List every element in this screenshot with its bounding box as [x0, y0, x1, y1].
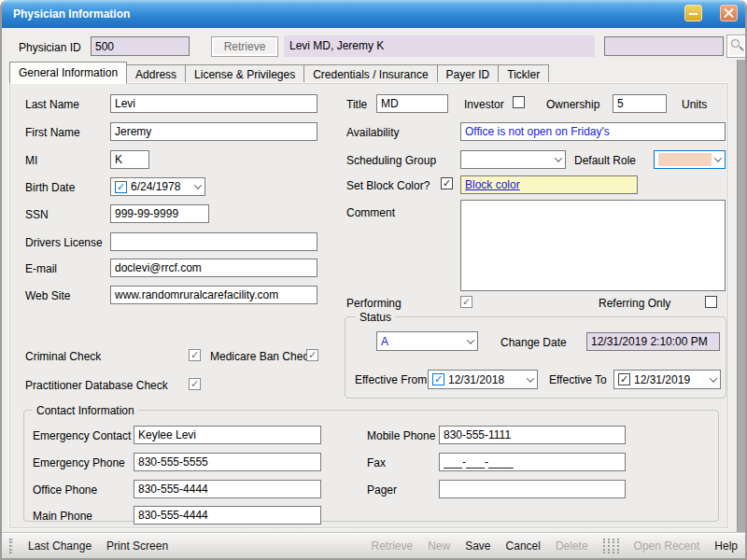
effective-from-label: Effective From: [355, 373, 427, 386]
practitioner-database-check-checkbox[interactable]: ✓: [189, 378, 201, 390]
effective-to-checkbox[interactable]: ✓: [618, 373, 630, 385]
print-screen-button[interactable]: Print Screen: [106, 539, 168, 553]
comment-label: Comment: [346, 206, 395, 219]
mi-label: MI: [25, 154, 37, 167]
emergency-phone-label: Emergency Phone: [33, 456, 125, 469]
pager-label: Pager: [367, 483, 397, 497]
criminal-check-label: Criminal Check: [25, 350, 101, 363]
window-frame-strip: [737, 60, 745, 532]
retrieve-button[interactable]: Retrieve: [211, 36, 278, 57]
email-label: E-mail: [25, 262, 57, 275]
referring-only-checkbox[interactable]: [705, 296, 717, 308]
status-select[interactable]: A: [376, 331, 478, 351]
office-phone-input[interactable]: [134, 480, 321, 498]
effective-to-value: 12/31/2019: [634, 373, 690, 386]
change-date-field: 12/31/2019 2:10:00 PM: [586, 332, 720, 351]
effective-from-picker[interactable]: ✓ 12/31/2018: [428, 370, 538, 389]
title-input[interactable]: [376, 94, 448, 113]
birth-date-picker[interactable]: ✓ 6/24/1978: [110, 177, 205, 196]
last-name-input[interactable]: [110, 94, 317, 113]
drivers-license-input[interactable]: [110, 232, 317, 251]
investor-checkbox[interactable]: [513, 96, 525, 108]
default-role-color-swatch: [658, 153, 712, 166]
effective-from-checkbox[interactable]: ✓: [432, 373, 444, 385]
performing-label: Performing: [346, 297, 402, 310]
toolbar-grip-icon: [9, 539, 13, 553]
window-title: Physician Information: [13, 7, 130, 21]
tab-license-privileges[interactable]: License & Privileges: [186, 64, 304, 84]
main-phone-label: Main Phone: [33, 510, 92, 523]
emergency-contact-input[interactable]: [134, 426, 321, 444]
scheduling-group-select[interactable]: [460, 150, 566, 169]
save-button[interactable]: Save: [465, 539, 490, 553]
performing-checkbox[interactable]: ✓: [460, 296, 472, 308]
mobile-phone-label: Mobile Phone: [367, 429, 435, 442]
block-color-link[interactable]: Block color: [465, 178, 520, 191]
units-label: Units: [682, 98, 707, 111]
tab-payer-id[interactable]: Payer ID: [438, 64, 500, 84]
emergency-phone-input[interactable]: [134, 453, 321, 471]
tab-address[interactable]: Address: [127, 64, 186, 84]
open-recent-button: Open Recent: [634, 539, 700, 553]
lookup-input[interactable]: [604, 36, 724, 56]
physician-name-field: Levi MD, Jeremy K: [284, 35, 595, 57]
help-button[interactable]: Help: [714, 539, 738, 553]
ssn-label: SSN: [25, 208, 49, 221]
title-bar: Physician Information: [2, 0, 745, 28]
emergency-contact-label: Emergency Contact: [33, 429, 131, 442]
ownership-input[interactable]: [613, 94, 667, 113]
first-name-input[interactable]: [110, 122, 317, 141]
medicare-ban-check-label: Medicare Ban Check: [210, 350, 314, 363]
tab-general-information[interactable]: General Information: [9, 62, 127, 84]
new-button: New: [428, 539, 450, 553]
tab-tickler[interactable]: Tickler: [499, 64, 549, 84]
last-change-button[interactable]: Last Change: [28, 539, 92, 553]
comment-textarea[interactable]: [460, 200, 726, 291]
cancel-button[interactable]: Cancel: [506, 539, 541, 553]
office-phone-label: Office Phone: [33, 483, 97, 497]
title-label: Title: [346, 98, 367, 111]
minimize-button[interactable]: [684, 5, 702, 21]
tab-strip: General Information Address License & Pr…: [9, 62, 549, 84]
mi-input[interactable]: [110, 150, 149, 169]
physician-information-window: Physician Information Physician ID Retri…: [0, 0, 747, 560]
retrieve-toolbar-button: Retrieve: [371, 539, 413, 553]
chevron-down-icon: [555, 154, 562, 161]
main-phone-input[interactable]: [134, 506, 321, 525]
pager-input[interactable]: [439, 480, 626, 498]
toolbar-separator-icon: [603, 539, 619, 553]
effective-to-label: Effective To: [549, 373, 607, 386]
practitioner-database-check-label: Practitioner Database Check: [25, 379, 168, 392]
physician-id-input[interactable]: [91, 36, 190, 56]
referring-only-label: Referring Only: [599, 297, 670, 310]
birth-date-value: 6/24/1978: [131, 180, 180, 193]
delete-button: Delete: [556, 539, 588, 553]
fax-label: Fax: [367, 456, 386, 469]
effective-from-value: 12/31/2018: [448, 373, 504, 386]
set-block-color-label: Set Block Color?: [346, 179, 430, 192]
default-role-select[interactable]: [654, 150, 726, 169]
block-color-field: Block color: [460, 175, 638, 194]
search-icon: [731, 39, 740, 48]
scheduling-group-label: Scheduling Group: [346, 154, 436, 167]
tab-credentials-insurance[interactable]: Credentials / Insurance: [304, 64, 437, 84]
chevron-down-icon: [194, 181, 202, 189]
mobile-phone-input[interactable]: [439, 426, 626, 444]
ssn-input[interactable]: [110, 204, 209, 223]
fax-input[interactable]: [439, 453, 626, 471]
effective-to-picker[interactable]: ✓ 12/31/2019: [613, 370, 721, 389]
search-button[interactable]: [726, 35, 747, 58]
birth-date-label: Birth Date: [25, 181, 75, 194]
set-block-color-checkbox[interactable]: ✓: [441, 177, 453, 189]
default-role-label: Default Role: [574, 154, 636, 167]
drivers-license-label: Drivers License: [25, 236, 103, 249]
medicare-ban-check-checkbox[interactable]: ✓: [306, 349, 318, 361]
close-button[interactable]: [720, 5, 738, 21]
availability-input[interactable]: [460, 122, 726, 141]
email-input[interactable]: [110, 259, 317, 277]
criminal-check-checkbox[interactable]: ✓: [189, 349, 201, 361]
birth-date-checkbox[interactable]: ✓: [115, 181, 127, 193]
web-site-input[interactable]: [110, 286, 317, 304]
availability-label: Availability: [346, 126, 399, 139]
ownership-label: Ownership: [546, 98, 599, 111]
